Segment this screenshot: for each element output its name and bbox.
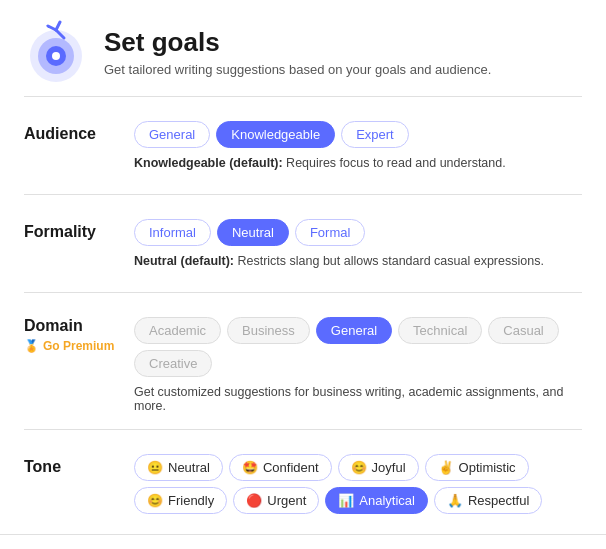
tone-btn-friendly[interactable]: 😊 Friendly [134,487,227,514]
formality-content: Informal Neutral Formal Neutral (default… [134,219,582,268]
formality-btn-neutral[interactable]: Neutral [217,219,289,246]
domain-description: Get customized suggestions for business … [134,385,582,413]
audience-section: Audience General Knowledgeable Expert Kn… [24,109,582,182]
tone-btn-confident[interactable]: 🤩 Confident [229,454,332,481]
svg-line-6 [56,22,60,30]
tone-content: 😐 Neutral 🤩 Confident 😊 Joyful ✌️ Optimi… [134,454,582,514]
page-header: Set goals Get tailored writing suggestio… [24,20,582,84]
premium-label: Go Premium [43,339,114,353]
formality-btn-formal[interactable]: Formal [295,219,365,246]
tone-btn-optimistic[interactable]: ✌️ Optimistic [425,454,529,481]
header-divider [24,96,582,97]
go-premium[interactable]: 🏅 Go Premium [24,339,134,353]
goals-icon [24,20,88,84]
tone-btn-neutral[interactable]: 😐 Neutral [134,454,223,481]
tone-btn-respectful[interactable]: 🙏 Respectful [434,487,542,514]
domain-btn-business[interactable]: Business [227,317,310,344]
tone-section: Tone 😐 Neutral 🤩 Confident 😊 Joyful ✌️ O… [24,442,582,526]
tone-emoji-respectful: 🙏 [447,493,463,508]
audience-btn-general[interactable]: General [134,121,210,148]
formality-section: Formality Informal Neutral Formal Neutra… [24,207,582,280]
tone-emoji-confident: 🤩 [242,460,258,475]
page-title: Set goals [104,27,491,58]
domain-btn-academic[interactable]: Academic [134,317,221,344]
tone-emoji-optimistic: ✌️ [438,460,454,475]
domain-section: Domain 🏅 Go Premium Academic Business Ge… [24,305,582,417]
tone-emoji-joyful: 😊 [351,460,367,475]
tone-btn-joyful[interactable]: 😊 Joyful [338,454,419,481]
audience-btn-expert[interactable]: Expert [341,121,409,148]
domain-left: Domain 🏅 Go Premium [24,317,134,353]
domain-btn-general[interactable]: General [316,317,392,344]
formality-description-bold: Neutral (default): [134,254,234,268]
domain-btn-casual[interactable]: Casual [488,317,558,344]
tone-emoji-friendly: 😊 [147,493,163,508]
domain-btn-creative[interactable]: Creative [134,350,212,377]
domain-divider [24,429,582,430]
tone-emoji-analytical: 📊 [338,493,354,508]
formality-button-group: Informal Neutral Formal [134,219,582,246]
premium-icon: 🏅 [24,339,39,353]
page-subtitle: Get tailored writing suggestions based o… [104,62,491,77]
audience-description: Knowledgeable (default): Requires focus … [134,156,582,170]
audience-description-bold: Knowledgeable (default): [134,156,283,170]
domain-label: Domain [24,317,134,335]
formality-btn-informal[interactable]: Informal [134,219,211,246]
tone-grid: 😐 Neutral 🤩 Confident 😊 Joyful ✌️ Optimi… [134,454,582,514]
header-text: Set goals Get tailored writing suggestio… [104,27,491,77]
formality-label: Formality [24,219,134,241]
audience-label: Audience [24,121,134,143]
svg-point-3 [52,52,60,60]
audience-button-group: General Knowledgeable Expert [134,121,582,148]
footer: Show Set Goals when I start a new docume… [0,534,606,549]
domain-content: Academic Business General Technical Casu… [134,317,582,413]
formality-description: Neutral (default): Restricts slang but a… [134,254,582,268]
tone-btn-urgent[interactable]: 🔴 Urgent [233,487,319,514]
domain-btn-technical[interactable]: Technical [398,317,482,344]
tone-emoji-neutral: 😐 [147,460,163,475]
audience-btn-knowledgeable[interactable]: Knowledgeable [216,121,335,148]
formality-divider [24,292,582,293]
tone-emoji-urgent: 🔴 [246,493,262,508]
domain-button-group: Academic Business General Technical Casu… [134,317,582,377]
tone-btn-analytical[interactable]: 📊 Analytical [325,487,428,514]
audience-content: General Knowledgeable Expert Knowledgeab… [134,121,582,170]
tone-label: Tone [24,454,134,476]
audience-divider [24,194,582,195]
